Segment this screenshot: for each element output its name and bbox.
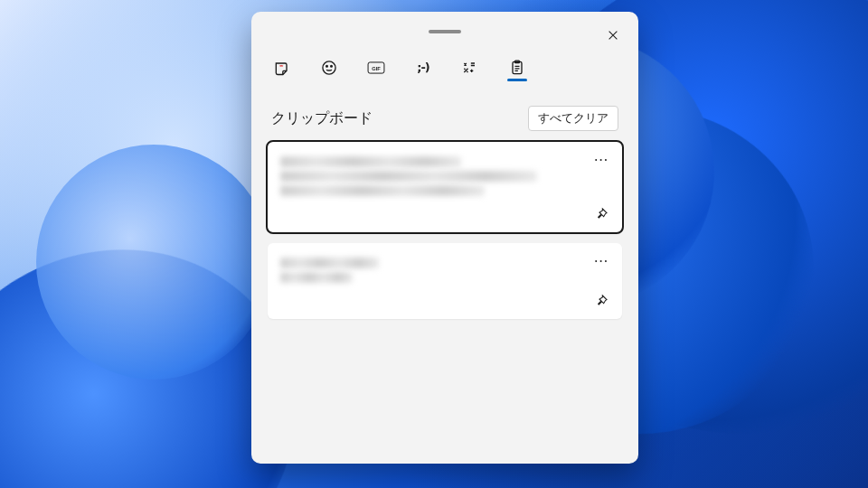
close-button[interactable]	[600, 23, 626, 48]
drag-handle[interactable]	[429, 30, 461, 33]
clipboard-header: クリップボード すべてクリア	[251, 89, 638, 142]
clipboard-items: ⋯ ⋯	[251, 142, 638, 319]
item-more-button[interactable]: ⋯	[590, 149, 613, 169]
tab-emoji[interactable]	[316, 55, 342, 84]
pin-icon	[594, 294, 609, 308]
svg-point-1	[326, 65, 328, 67]
emoji-clipboard-panel: GIF ;-)	[251, 12, 638, 464]
panel-top-row	[251, 21, 638, 42]
close-icon	[607, 29, 619, 42]
svg-point-0	[323, 61, 335, 73]
kaomoji-icon: ;-)	[417, 61, 429, 74]
symbols-icon	[461, 59, 479, 77]
category-tabs: GIF ;-)	[251, 42, 638, 89]
tab-gif[interactable]: GIF	[363, 55, 389, 84]
clipboard-item-content	[280, 156, 609, 196]
wallpaper-shape	[36, 145, 271, 380]
redacted-text	[280, 272, 353, 283]
redacted-text	[280, 185, 485, 196]
tab-clipboard[interactable]	[505, 55, 530, 84]
sticker-icon	[273, 59, 291, 77]
item-pin-button[interactable]	[590, 290, 613, 312]
tab-stickers[interactable]	[269, 55, 295, 84]
clear-all-button[interactable]: すべてクリア	[528, 106, 618, 131]
svg-rect-5	[513, 61, 522, 73]
gif-icon: GIF	[367, 59, 385, 77]
item-more-button[interactable]: ⋯	[590, 250, 613, 270]
redacted-text	[280, 156, 461, 167]
redacted-text	[280, 171, 537, 182]
tab-kaomoji[interactable]: ;-)	[410, 55, 436, 84]
svg-text:GIF: GIF	[372, 65, 381, 70]
redacted-text	[280, 258, 379, 268]
clipboard-item[interactable]: ⋯	[268, 243, 622, 319]
pin-icon	[594, 207, 609, 221]
clipboard-icon	[508, 59, 526, 77]
clipboard-item-content	[280, 258, 609, 283]
clipboard-item[interactable]: ⋯	[268, 142, 622, 232]
tab-symbols[interactable]	[458, 55, 483, 84]
svg-point-2	[331, 65, 333, 67]
section-title: クリップボード	[271, 109, 373, 128]
emoji-icon	[320, 59, 338, 77]
desktop-wallpaper: GIF ;-)	[0, 0, 868, 488]
item-pin-button[interactable]	[590, 203, 613, 225]
